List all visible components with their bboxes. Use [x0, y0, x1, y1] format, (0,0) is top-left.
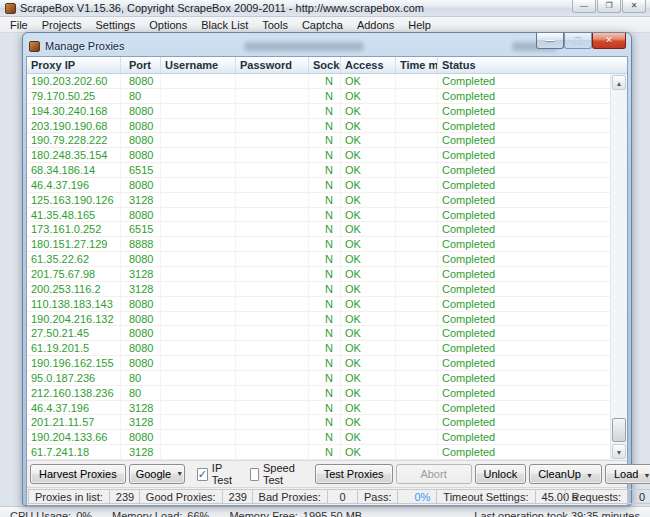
cell-time_ms: [396, 163, 438, 177]
ip-test-checkbox[interactable]: ✓: [197, 468, 208, 481]
table-row[interactable]: 190.79.228.2228080NOKCompleted: [27, 133, 610, 148]
table-row[interactable]: 79.170.50.2580NOKCompleted: [27, 89, 610, 104]
table-row[interactable]: 61.7.241.183128NOKCompleted: [27, 445, 610, 460]
table-row[interactable]: 125.163.190.1263128NOKCompleted: [27, 193, 610, 208]
table-row[interactable]: 110.138.183.1438080NOKCompleted: [27, 297, 610, 312]
dialog-titlebar[interactable]: Manage Proxies — ❐ ✕: [26, 36, 628, 56]
scroll-down-icon[interactable]: ▼: [612, 444, 626, 459]
cell-status: Completed: [438, 445, 610, 459]
cell-ip: 61.7.241.18: [27, 445, 121, 459]
column-header-time-ms[interactable]: Time ms: [396, 57, 438, 73]
cell-password: [236, 401, 309, 415]
window-close-button[interactable]: ✕: [622, 0, 646, 13]
cell-username: [161, 89, 236, 103]
table-row[interactable]: 173.161.0.2526515NOKCompleted: [27, 222, 610, 237]
table-row[interactable]: 61.19.201.58080NOKCompleted: [27, 341, 610, 356]
menu-item-addons[interactable]: Addons: [350, 18, 401, 32]
table-row[interactable]: 190.204.133.668080NOKCompleted: [27, 430, 610, 445]
cell-socks: N: [309, 312, 341, 326]
cell-access: OK: [341, 148, 396, 162]
load-button[interactable]: Load▼: [605, 464, 650, 484]
window-minimize-button[interactable]: —: [572, 0, 596, 13]
table-row[interactable]: 61.35.22.628080NOKCompleted: [27, 252, 610, 267]
table-row[interactable]: 95.0.187.23680NOKCompleted: [27, 371, 610, 386]
column-header-password[interactable]: Password: [236, 57, 309, 73]
menu-item-black-list[interactable]: Black List: [194, 18, 255, 32]
vertical-scrollbar[interactable]: ▲ ▼: [610, 74, 627, 460]
cell-ip: 79.170.50.25: [27, 89, 121, 103]
table-row[interactable]: 190.204.216.1328080NOKCompleted: [27, 312, 610, 327]
cell-time_ms: [396, 386, 438, 400]
table-row[interactable]: 201.75.67.983128NOKCompleted: [27, 267, 610, 282]
cell-ip: 27.50.21.45: [27, 326, 121, 340]
table-row[interactable]: 27.50.21.458080NOKCompleted: [27, 326, 610, 341]
table-row[interactable]: 180.151.27.1298888NOKCompleted: [27, 237, 610, 252]
speed-test-checkbox[interactable]: [250, 468, 259, 481]
cell-status: Completed: [438, 297, 610, 311]
engine-select[interactable]: Google ▼: [129, 464, 185, 484]
cell-ip: 212.160.138.236: [27, 386, 121, 400]
table-row[interactable]: 201.21.11.573128NOKCompleted: [27, 415, 610, 430]
cell-status: Completed: [438, 341, 610, 355]
unlock-button[interactable]: Unlock: [475, 464, 527, 484]
cleanup-button[interactable]: CleanUp▼: [529, 464, 602, 484]
dialog-minimize-button[interactable]: —: [536, 33, 564, 49]
scrapebox-dialog-icon: [29, 41, 40, 52]
column-header-access[interactable]: Access: [341, 57, 396, 73]
table-row[interactable]: 212.160.138.23680NOKCompleted: [27, 386, 610, 401]
menu-item-tools[interactable]: Tools: [255, 18, 295, 32]
ip-test-group[interactable]: ✓ IP Test: [197, 462, 234, 486]
cell-port: 8080: [121, 148, 161, 162]
cell-username: [161, 252, 236, 266]
cell-port: 8080: [121, 326, 161, 340]
speed-test-group[interactable]: Speed Test: [250, 462, 299, 486]
menu-bar: FileProjectsSettingsOptionsBlack ListToo…: [0, 17, 650, 33]
table-row[interactable]: 190.203.202.608080NOKCompleted: [27, 74, 610, 89]
table-row[interactable]: 46.4.37.1968080NOKCompleted: [27, 178, 610, 193]
menu-item-projects[interactable]: Projects: [35, 18, 89, 32]
column-header-username[interactable]: Username: [161, 57, 236, 73]
harvest-proxies-button[interactable]: Harvest Proxies: [30, 464, 126, 484]
cell-time_ms: [396, 193, 438, 207]
table-row[interactable]: 41.35.48.1658080NOKCompleted: [27, 208, 610, 223]
menu-item-settings[interactable]: Settings: [88, 18, 142, 32]
pass-progress: 0%: [397, 489, 436, 504]
cell-time_ms: [396, 104, 438, 118]
cell-status: Completed: [438, 193, 610, 207]
menu-item-file[interactable]: File: [3, 18, 35, 32]
scroll-up-icon[interactable]: ▲: [612, 75, 626, 90]
column-header-port[interactable]: Port: [121, 57, 161, 73]
cell-username: [161, 178, 236, 192]
table-row[interactable]: 180.248.35.1548080NOKCompleted: [27, 148, 610, 163]
table-row[interactable]: 194.30.240.1688080NOKCompleted: [27, 104, 610, 119]
menu-item-options[interactable]: Options: [142, 18, 194, 32]
cell-ip: 190.204.216.132: [27, 312, 121, 326]
cell-socks: N: [309, 193, 341, 207]
cell-ip: 190.79.228.222: [27, 133, 121, 147]
test-proxies-button[interactable]: Test Proxies: [315, 464, 393, 484]
cell-username: [161, 415, 236, 429]
cell-username: [161, 193, 236, 207]
cell-port: 3128: [121, 267, 161, 281]
cell-ip: 203.190.190.68: [27, 119, 121, 133]
table-row[interactable]: 200.253.116.23128NOKCompleted: [27, 282, 610, 297]
dialog-close-button[interactable]: ✕: [592, 33, 626, 49]
cell-time_ms: [396, 445, 438, 459]
cell-access: OK: [341, 208, 396, 222]
table-row[interactable]: 203.190.190.688080NOKCompleted: [27, 119, 610, 134]
cell-port: 8080: [121, 178, 161, 192]
column-header-socks[interactable]: Socks: [309, 57, 341, 73]
menu-item-captcha[interactable]: Captcha: [295, 18, 350, 32]
column-header-status[interactable]: Status: [438, 57, 610, 73]
menu-item-help[interactable]: Help: [401, 18, 438, 32]
table-row[interactable]: 68.34.186.146515NOKCompleted: [27, 163, 610, 178]
table-row[interactable]: 46.4.37.1963128NOKCompleted: [27, 401, 610, 416]
table-row[interactable]: 190.196.162.1558080NOKCompleted: [27, 356, 610, 371]
window-maximize-button[interactable]: ❐: [597, 0, 621, 13]
column-header-proxy-ip[interactable]: Proxy IP: [27, 57, 121, 73]
cell-access: OK: [341, 104, 396, 118]
system-stats: CPU Usage:0%Memory Load:66%Memory Free:1…: [10, 510, 376, 517]
scrollbar-thumb[interactable]: [612, 418, 626, 442]
cleanup-label: CleanUp: [538, 468, 581, 480]
cell-password: [236, 297, 309, 311]
